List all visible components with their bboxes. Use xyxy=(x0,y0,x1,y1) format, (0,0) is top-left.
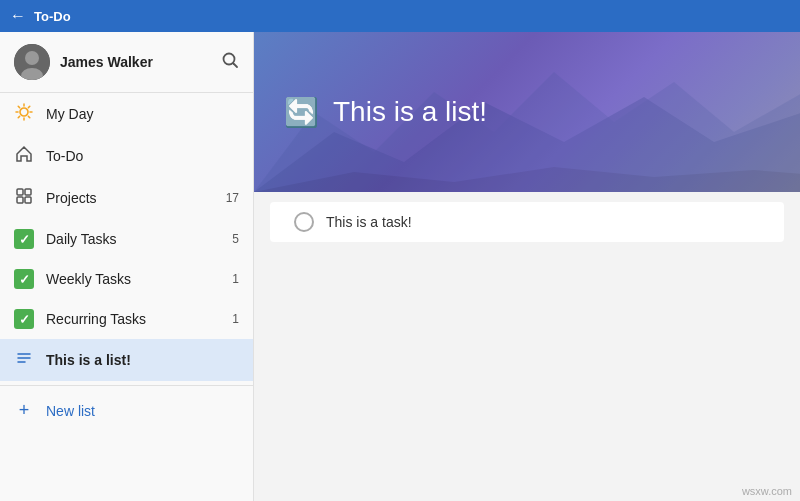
avatar xyxy=(14,44,50,80)
watermark: wsxw.com xyxy=(742,485,792,497)
svg-rect-14 xyxy=(17,189,23,195)
sidebar-item-recurring-tasks-badge: 1 xyxy=(232,312,239,326)
sidebar-item-my-day[interactable]: My Day xyxy=(0,93,253,135)
sidebar-item-weekly-tasks-label: Weekly Tasks xyxy=(46,271,220,287)
svg-point-5 xyxy=(20,108,28,116)
sidebar-item-projects-label: Projects xyxy=(46,190,214,206)
sidebar-item-to-do-label: To-Do xyxy=(46,148,239,164)
svg-rect-17 xyxy=(25,197,31,203)
search-icon[interactable] xyxy=(221,51,239,73)
user-name: James Walker xyxy=(60,54,211,70)
sidebar: James Walker xyxy=(0,32,254,501)
svg-rect-16 xyxy=(17,197,23,203)
svg-line-4 xyxy=(234,64,238,68)
sidebar-item-weekly-tasks-badge: 1 xyxy=(232,272,239,286)
sidebar-item-this-is-a-list[interactable]: This is a list! xyxy=(0,339,253,381)
daily-tasks-check-icon xyxy=(14,229,34,249)
back-icon[interactable]: ← xyxy=(10,7,26,25)
sidebar-item-recurring-tasks[interactable]: Recurring Tasks 1 xyxy=(0,299,253,339)
svg-line-12 xyxy=(28,106,29,107)
recurring-tasks-check-icon xyxy=(14,309,34,329)
svg-line-13 xyxy=(18,116,19,117)
sidebar-item-projects-badge: 17 xyxy=(226,191,239,205)
list-icon xyxy=(14,349,34,371)
sidebar-item-projects[interactable]: Projects 17 xyxy=(0,177,253,219)
sidebar-item-my-day-label: My Day xyxy=(46,106,239,122)
tasks-area: This is a task! xyxy=(254,192,800,501)
list-header-emoji: 🔄 xyxy=(284,96,319,129)
sidebar-item-to-do[interactable]: To-Do xyxy=(0,135,253,177)
content-header: 🔄 This is a list! xyxy=(254,32,800,192)
svg-point-3 xyxy=(224,54,235,65)
sun-icon xyxy=(14,103,34,125)
svg-rect-15 xyxy=(25,189,31,195)
sidebar-divider xyxy=(0,385,253,386)
sidebar-item-recurring-tasks-label: Recurring Tasks xyxy=(46,311,220,327)
sidebar-item-daily-tasks[interactable]: Daily Tasks 5 xyxy=(0,219,253,259)
task-item[interactable]: This is a task! xyxy=(270,202,784,242)
sidebar-item-weekly-tasks[interactable]: Weekly Tasks 1 xyxy=(0,259,253,299)
task-complete-circle[interactable] xyxy=(294,212,314,232)
home-icon xyxy=(14,145,34,167)
new-list-label: New list xyxy=(46,403,95,419)
plus-icon: + xyxy=(14,400,34,421)
grid-icon xyxy=(14,187,34,209)
content-area: 🔄 This is a list! This is a task! xyxy=(254,32,800,501)
sidebar-item-daily-tasks-badge: 5 xyxy=(232,232,239,246)
svg-line-10 xyxy=(18,106,19,107)
user-row[interactable]: James Walker xyxy=(0,32,253,93)
new-list-button[interactable]: + New list xyxy=(0,390,253,431)
svg-line-11 xyxy=(28,116,29,117)
sidebar-item-this-is-a-list-label: This is a list! xyxy=(46,352,239,368)
weekly-tasks-check-icon xyxy=(14,269,34,289)
content-header-title: This is a list! xyxy=(333,96,487,128)
sidebar-item-daily-tasks-label: Daily Tasks xyxy=(46,231,220,247)
svg-point-1 xyxy=(25,51,39,65)
title-bar: ← To-Do xyxy=(0,0,800,32)
app-title: To-Do xyxy=(34,9,71,24)
main-layout: James Walker xyxy=(0,32,800,501)
task-text: This is a task! xyxy=(326,214,412,230)
